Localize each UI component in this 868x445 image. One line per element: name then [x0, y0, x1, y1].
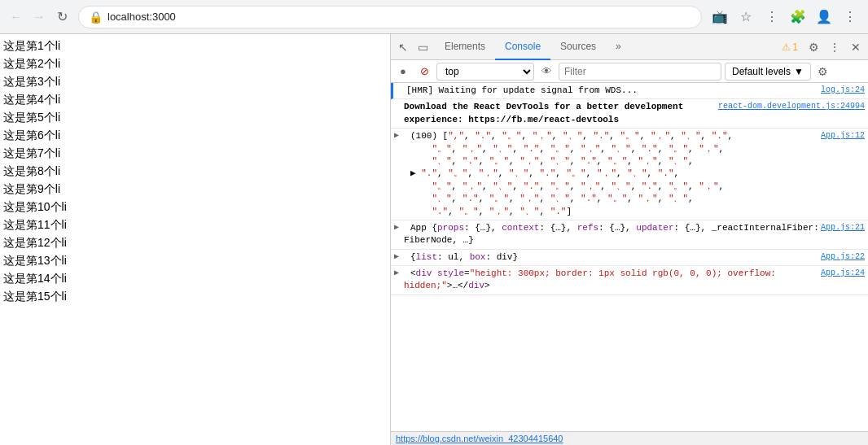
app-object-text: App {props: {…}, context: {…}, refs: {…}…: [404, 223, 819, 245]
div-expand-icon[interactable]: ▶: [394, 268, 399, 279]
footer-url-text[interactable]: https://blog.csdn.net/weixin_42304415640: [396, 434, 563, 443]
list-item: 这是第12个li: [3, 234, 387, 252]
devtools-panel: ↖ ▭ Elements Console Sources » ⚠ 1 ⚙ ⋮ ✕…: [391, 34, 868, 445]
list-item: 这是第2个li: [3, 55, 387, 73]
list-box-source-link[interactable]: App.js:22: [821, 251, 865, 263]
devtools-toolbar: ↖ ▭ Elements Console Sources » ⚠ 1 ⚙ ⋮ ✕: [391, 34, 868, 60]
bookmark-button[interactable]: ☆: [734, 6, 757, 28]
array-expand-icon[interactable]: ▶: [394, 130, 399, 142]
list-item: 这是第6个li: [3, 127, 387, 145]
top-context-select[interactable]: top: [436, 63, 534, 81]
console-entry-devtools: react-dom.development.js:24994 Download …: [391, 99, 868, 129]
console-clear-button[interactable]: ●: [394, 63, 412, 81]
list-item: 这是第13个li: [3, 252, 387, 270]
cast-button[interactable]: 📺: [708, 6, 731, 28]
default-levels-label: Default levels: [732, 66, 791, 77]
devtools-close-icon[interactable]: ✕: [847, 38, 865, 56]
list-item: 这是第15个li: [3, 288, 387, 306]
forward-button[interactable]: →: [29, 7, 49, 27]
console-toolbar: ● ⊘ top 👁 Default levels ▼ ⚙: [391, 60, 868, 83]
warning-count: 1: [792, 41, 798, 53]
div-style-source-link[interactable]: App.js:24: [821, 268, 865, 279]
warning-badge: ⚠ 1: [778, 41, 801, 53]
list-item: 这是第5个li: [3, 109, 387, 127]
tab-sources[interactable]: Sources: [550, 34, 606, 60]
array-expand-arrow[interactable]: ▶: [410, 168, 416, 178]
devtools-link[interactable]: https://fb.me/react-devtools: [468, 115, 619, 124]
browser-actions: 📺 ☆ ⋮ 🧩 👤 ⋮: [708, 6, 861, 28]
address-text: localhost:3000: [107, 11, 691, 23]
footer-url: https://blog.csdn.net/weixin_42304415640: [391, 431, 868, 445]
back-button[interactable]: ←: [7, 7, 26, 27]
div-style-text: <div style="height: 300px; border: 1px s…: [404, 268, 776, 290]
eye-icon-button[interactable]: 👁: [537, 63, 555, 81]
toolbar-left: ↖ ▭: [391, 38, 435, 56]
list-item: 这是第11个li: [3, 216, 387, 234]
toolbar-right: ⚠ 1 ⚙ ⋮ ✕: [778, 38, 868, 56]
tab-console[interactable]: Console: [495, 34, 550, 60]
main-area: 这是第1个li这是第2个li这是第3个li这是第4个li这是第5个li这是第6个…: [0, 34, 868, 445]
array-text: (100) [",", ".", "。", "，", "、", ".", "。"…: [410, 130, 865, 218]
inspect-element-icon[interactable]: ↖: [394, 38, 412, 56]
lock-icon: 🔒: [89, 11, 103, 24]
reload-button[interactable]: ↻: [52, 7, 72, 27]
browser-chrome: ← → ↻ 🔒 localhost:3000 📺 ☆ ⋮ 🧩 👤 ⋮: [0, 0, 868, 34]
tab-more[interactable]: »: [606, 34, 631, 60]
list-item: 这是第14个li: [3, 270, 387, 288]
console-entry-div-style: App.js:24 ▶ <div style="height: 300px; b…: [391, 266, 868, 295]
list-item: 这是第10个li: [3, 199, 387, 216]
list-box-text: {list: ul, box: div}: [410, 252, 518, 262]
warning-icon: ⚠: [782, 41, 791, 53]
list-item: 这是第9个li: [3, 181, 387, 199]
app-object-source-link[interactable]: App.js:21: [821, 222, 865, 233]
console-output: log.js:24 [HMR] Waiting for update signa…: [391, 83, 868, 431]
list-box-expand-icon[interactable]: ▶: [394, 251, 399, 263]
list-item: 这是第1个li: [3, 37, 387, 55]
chevron-down-icon: ▼: [794, 66, 804, 77]
default-levels-button[interactable]: Default levels ▼: [725, 63, 811, 81]
extensions-button[interactable]: 🧩: [787, 6, 809, 28]
list-item: 这是第7个li: [3, 145, 387, 163]
console-entry-hmr: log.js:24 [HMR] Waiting for update signa…: [391, 83, 868, 99]
devtools-source-link[interactable]: react-dom.development.js:24994: [718, 101, 865, 112]
device-toolbar-icon[interactable]: ▭: [414, 38, 432, 56]
console-settings-icon[interactable]: ⚙: [814, 63, 832, 81]
console-entry-app-object: App.js:21 ▶ App {props: {…}, context: {……: [391, 220, 868, 250]
list-item: 这是第4个li: [3, 91, 387, 109]
filter-input[interactable]: [559, 63, 721, 81]
browser-menu-button[interactable]: ⋮: [761, 6, 783, 28]
list-item: 这是第3个li: [3, 73, 387, 91]
console-entry-array: App.js:12 ▶ (100) [",", ".", "。", "，", "…: [391, 129, 868, 220]
address-bar[interactable]: 🔒 localhost:3000: [78, 6, 702, 28]
devtools-text: Download the React DevTools for a better…: [404, 102, 683, 124]
list-item: 这是第8个li: [3, 163, 387, 181]
console-entry-list-box: App.js:22 ▶ {list: ul, box: div}: [391, 250, 868, 266]
console-block-button[interactable]: ⊘: [415, 63, 433, 81]
more-button[interactable]: ⋮: [839, 6, 861, 28]
devtools-settings-icon[interactable]: ⚙: [804, 38, 822, 56]
app-expand-icon[interactable]: ▶: [394, 222, 399, 233]
hmr-text: [HMR] Waiting for update signal from WDS…: [406, 85, 638, 95]
tab-elements[interactable]: Elements: [435, 34, 495, 60]
account-button[interactable]: 👤: [813, 6, 835, 28]
page-content: 这是第1个li这是第2个li这是第3个li这是第4个li这是第5个li这是第6个…: [0, 34, 391, 445]
array-source-link[interactable]: App.js:12: [821, 130, 865, 142]
devtools-more-icon[interactable]: ⋮: [826, 38, 844, 56]
nav-buttons: ← → ↻: [7, 7, 72, 27]
hmr-source-link[interactable]: log.js:24: [821, 85, 865, 96]
